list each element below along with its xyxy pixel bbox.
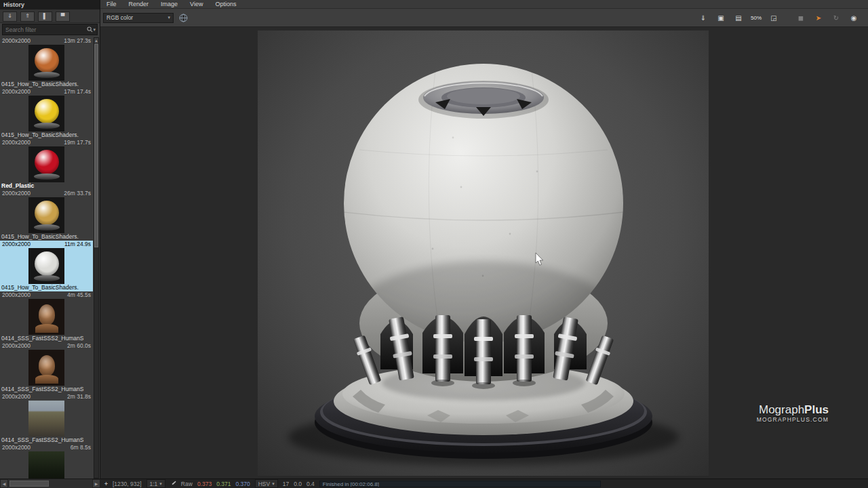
history-scrollbar[interactable]: ▲ — [94, 37, 99, 479]
watermark-brand-bold: Plus — [804, 403, 829, 416]
history-item-thumbnail[interactable] — [28, 401, 64, 436]
copy-image-button[interactable]: ▣ — [713, 12, 728, 23]
pixel-value-h: 17 — [283, 481, 289, 487]
watermark-brand-regular: Mograph — [759, 403, 804, 416]
history-item-thumb-row[interactable] — [0, 45, 93, 81]
history-item-thumbnail[interactable] — [28, 197, 64, 233]
history-item-thumbnail[interactable] — [28, 45, 64, 81]
history-item-label: 0415_How_To_BasicShaders. — [0, 284, 93, 291]
history-item-header: 2000x2000 2m 60.0s — [0, 342, 93, 350]
scroll-right-icon[interactable]: ▶ — [92, 479, 100, 488]
compare-ab-horizontal-icon[interactable]: ▌ — [38, 12, 52, 22]
vfb-toolbar: ⇓▣▤50%◲◼➤↻◉ — [696, 12, 865, 23]
chevron-down-icon: ▾ — [272, 481, 275, 487]
pixel-value-b: 0.370 — [235, 481, 250, 487]
history-item[interactable]: 2000x2000 19m 17.7s Red_Plastic — [0, 139, 93, 190]
history-item-render-time: 6m 8.5s — [71, 444, 91, 451]
channel-select-value: RGB color — [106, 14, 133, 21]
follow-mouse-button[interactable]: ➤ — [811, 12, 826, 23]
history-item-header: 2000x2000 4m 45.5s — [0, 291, 93, 299]
history-item[interactable]: 2000x2000 2m 60.0s 0414_SSS_FastSSS2_Hum… — [0, 342, 93, 393]
history-item-thumbnail[interactable] — [28, 146, 64, 182]
history-item-thumbnail[interactable] — [28, 96, 64, 131]
render-last-button[interactable]: ◉ — [846, 12, 861, 23]
compare-ab-vertical-icon[interactable]: ▀ — [56, 12, 70, 22]
clear-image-button[interactable]: ↻ — [829, 12, 844, 23]
raw-label[interactable]: Raw — [181, 481, 193, 487]
menu-render[interactable]: Render — [123, 0, 155, 9]
history-item-thumb-row[interactable] — [0, 248, 93, 284]
status-bar: + [1230, 932] 1:1 ▾ Raw 0.373 0.371 0.37… — [100, 479, 868, 488]
pixel-value-r: 0.373 — [197, 481, 212, 487]
history-item[interactable]: 2000x2000 13m 27.3s 0415_How_To_BasicSha… — [0, 37, 93, 88]
history-item-header: 2000x2000 26m 33.7s — [0, 190, 93, 197]
menu-view[interactable]: View — [184, 0, 209, 9]
history-item[interactable]: 2000x2000 2m 31.8s 0414_SSS_FastSSS2_Hum… — [0, 393, 93, 444]
save-image-button[interactable]: ⇓ — [696, 12, 711, 23]
history-item-resolution: 2000x2000 — [2, 37, 31, 45]
load-history-icon[interactable]: ⇑ — [20, 12, 35, 22]
menu-image[interactable]: Image — [155, 0, 184, 9]
history-item-thumb-row[interactable] — [0, 350, 93, 386]
history-item-resolution: 2000x2000 — [2, 444, 31, 451]
history-item-thumbnail[interactable] — [28, 248, 64, 284]
render-viewport[interactable]: MographPlus MOGRAPHPLUS.COM — [100, 27, 868, 479]
history-item-render-time: 2m 31.8s — [67, 393, 91, 401]
history-item-header: 2000x2000 6m 8.5s — [0, 444, 93, 451]
history-item-thumb-row[interactable] — [0, 299, 93, 335]
render-image[interactable] — [258, 30, 709, 476]
history-item-resolution: 2000x2000 — [2, 139, 31, 146]
top-cap — [418, 81, 549, 119]
channel-select[interactable]: RGB color ▾ — [103, 13, 174, 23]
history-item-thumb-row[interactable] — [0, 401, 93, 436]
region-render-button[interactable]: ◲ — [766, 12, 781, 23]
history-h-scrollbar[interactable]: ◀ ▶ — [0, 479, 100, 488]
save-history-icon[interactable]: ⇓ — [3, 12, 17, 22]
history-item-header: 2000x2000 2m 31.8s — [0, 393, 93, 401]
zoom-value: 1:1 — [150, 481, 158, 487]
menu-file[interactable]: File — [100, 0, 123, 9]
h-scroll-track[interactable] — [8, 479, 92, 488]
history-item-thumb-row[interactable] — [0, 96, 93, 131]
history-item[interactable]: 2000x2000 26m 33.7s 0415_How_To_BasicSha… — [0, 190, 93, 241]
menu-options[interactable]: Options — [209, 0, 242, 9]
history-item-render-time: 26m 33.7s — [64, 190, 91, 197]
history-item-render-time: 13m 27.3s — [64, 37, 91, 45]
history-item-thumb-row[interactable] — [0, 146, 93, 182]
history-item-render-time: 19m 17.7s — [64, 139, 91, 146]
scroll-left-icon[interactable]: ◀ — [0, 479, 8, 488]
history-item-thumbnail[interactable] — [28, 451, 64, 479]
search-icon[interactable] — [87, 26, 93, 33]
zoom-select[interactable]: 1:1 ▾ — [146, 479, 165, 488]
history-item-label: Red_Plastic — [0, 182, 93, 190]
history-item-label: 0415_How_To_BasicShaders. — [0, 233, 93, 241]
history-item-header: 2000x2000 17m 17.4s — [0, 88, 93, 96]
history-item-render-time: 11m 24.9s — [64, 241, 91, 248]
stop-render-button[interactable]: ◼ — [793, 12, 808, 23]
eyedropper-icon[interactable] — [170, 481, 176, 487]
hsv-select[interactable]: HSV ▾ — [255, 479, 278, 488]
history-item-thumbnail[interactable] — [28, 299, 64, 335]
watermark: MographPlus MOGRAPHPLUS.COM — [757, 404, 829, 423]
history-item-label: 0414_SSS_FastSSS2_HumanS — [0, 436, 93, 444]
history-item[interactable]: 2000x2000 17m 17.4s 0415_How_To_BasicSha… — [0, 88, 93, 139]
search-input[interactable] — [4, 26, 85, 34]
history-item-thumb-row[interactable] — [0, 197, 93, 233]
history-item-render-time: 4m 45.5s — [67, 291, 91, 299]
scroll-up-icon[interactable]: ▲ — [94, 38, 98, 44]
h-scroll-thumb[interactable] — [9, 481, 49, 487]
history-scrollbar-thumb[interactable] — [94, 44, 98, 247]
history-item-thumbnail[interactable] — [28, 350, 64, 386]
duplicate-buffer-button[interactable]: ▤ — [731, 12, 746, 23]
history-item-thumb-row[interactable] — [0, 451, 93, 479]
sphere-view-icon[interactable] — [177, 12, 189, 23]
half-resolution-button[interactable]: 50% — [749, 12, 764, 23]
history-item-label: 0415_How_To_BasicShaders. — [0, 131, 93, 139]
history-item-render-time: 2m 60.0s — [67, 342, 91, 350]
search-options-chevron-icon[interactable]: ▾ — [93, 27, 96, 33]
history-item-label: 0414_SSS_FastSSS2_HumanS — [0, 335, 93, 342]
history-item[interactable]: 2000x2000 6m 8.5s — [0, 444, 93, 479]
history-item[interactable]: 2000x2000 11m 24.9s 0415_How_To_BasicSha… — [0, 241, 93, 291]
pixel-value-s: 0.0 — [294, 481, 302, 487]
history-item[interactable]: 2000x2000 4m 45.5s 0414_SSS_FastSSS2_Hum… — [0, 291, 93, 342]
